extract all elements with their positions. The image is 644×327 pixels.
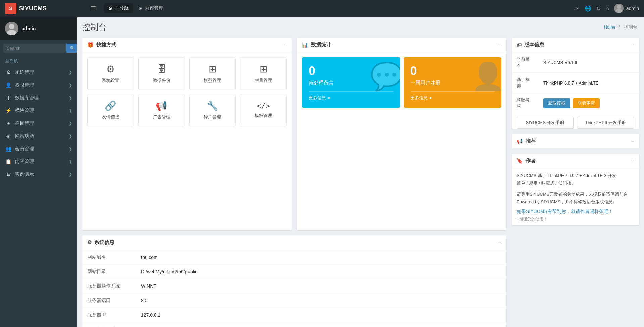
- breadcrumb: Home / 控制台: [604, 24, 639, 30]
- quick-item-fragment-mgmt[interactable]: 🔧 碎片管理: [189, 94, 236, 126]
- quick-item-friendly-links[interactable]: 🔗 友情链接: [87, 94, 134, 126]
- dir-label: 网站目录: [82, 264, 136, 279]
- pending-comments-card[interactable]: 0 待处理留言 更多信息 ➤ 💬: [302, 57, 400, 108]
- column-mgmt-icon: ⊞: [260, 64, 267, 75]
- author-body: SIYUCMS 基于 ThinkPHP 6.0.7 + AdminLTE-3 开…: [512, 168, 639, 225]
- database-icon: 🗄: [5, 95, 12, 101]
- recommend-collapse[interactable]: −: [631, 138, 634, 144]
- sidebar-item-permissions[interactable]: 👤 权限管理 ❯: [0, 79, 77, 92]
- recommend-title: 📢 推荐: [517, 138, 536, 144]
- quick-label-data-backup: 数据备份: [153, 77, 170, 84]
- author-collapse[interactable]: −: [631, 158, 634, 164]
- sidebar-label-permissions: 权限管理: [15, 82, 65, 88]
- top-navbar: S SIYUCMS ☰ ⚙ 主导航 ⊞ 内容管理 ✂ 🌐 ↻ ⌂ admin: [0, 0, 644, 17]
- framework-value: ThinkPHP 6.0.7 + AdminLTE: [538, 73, 639, 93]
- sidebar-nav-heading: 主导航: [0, 56, 77, 66]
- os-value: WINNT: [136, 279, 506, 293]
- sidebar-item-system[interactable]: ⚙ 系统管理 ❯: [0, 66, 77, 79]
- breadcrumb-home[interactable]: Home: [604, 24, 615, 30]
- quick-item-data-backup[interactable]: 🗄 数据备份: [138, 57, 185, 90]
- chart-icon: 📊: [302, 42, 308, 48]
- weekly-users-more: 更多信息 ➤: [410, 91, 495, 101]
- navbar-left: S SIYUCMS ☰ ⚙ 主导航 ⊞ 内容管理: [5, 3, 167, 14]
- system-info-label: 系统信息: [94, 239, 114, 246]
- auth-buttons: 获取授权 查看更新: [543, 98, 634, 108]
- author-donate-link[interactable]: 如果SIYUCMS有帮到您，就请作者喝杯茶吧！: [517, 209, 613, 214]
- sidebar-item-demo[interactable]: 🖥 实例演示 ❯: [0, 168, 77, 181]
- recommend-header: 📢 推荐 −: [512, 134, 639, 149]
- sidebar-item-website[interactable]: ◈ 网站功能 ❯: [0, 130, 77, 143]
- version-info-label: 版本信息: [524, 42, 544, 48]
- home-icon[interactable]: ⌂: [606, 5, 609, 11]
- quick-item-column-mgmt[interactable]: ⊞ 栏目管理: [240, 57, 287, 90]
- quick-item-system-settings[interactable]: ⚙ 系统设置: [87, 57, 134, 90]
- sidebar-item-content[interactable]: 📋 内容管理 ❯: [0, 155, 77, 168]
- sidebar-label-content: 内容管理: [15, 159, 65, 165]
- data-stats-card: 📊 数据统计 − 0 待处理留言 更多信息 ➤ 💬 0: [297, 38, 506, 230]
- quick-item-template-mgmt[interactable]: </> 模板管理: [240, 94, 287, 126]
- data-stats-collapse[interactable]: −: [498, 42, 501, 48]
- quick-shortcuts-body: ⚙ 系统设置 🗄 数据备份 ⊞ 模型管理 ⊞: [82, 52, 292, 131]
- weekly-users-card[interactable]: 0 一周用户注册 更多信息 ➤ 👤: [404, 57, 502, 108]
- quick-item-ad-mgmt[interactable]: 📢 广告管理: [138, 94, 185, 126]
- sidebar-item-modules[interactable]: ⚡ 模块管理 ❯: [0, 104, 77, 117]
- info-row-port: 服务器端口 80: [82, 293, 506, 308]
- system-icon: ⚙: [5, 69, 12, 75]
- model-mgmt-icon: ⊞: [209, 64, 216, 75]
- quick-item-model-mgmt[interactable]: ⊞ 模型管理: [189, 57, 236, 90]
- system-info-table: 网站域名 tp6.com 网站目录 D:/webMy/git.tp6/tp6/p…: [82, 250, 506, 327]
- get-auth-button[interactable]: 获取授权: [543, 98, 570, 108]
- thinkphp-manual-button[interactable]: ThinkPHP6 开发手册: [577, 117, 634, 129]
- system-arrow: ❯: [69, 70, 72, 75]
- ad-mgmt-icon: 📢: [156, 100, 167, 111]
- version-info-collapse[interactable]: −: [631, 42, 634, 48]
- siyucms-manual-button[interactable]: SIYUCMS 开发手册: [517, 117, 574, 129]
- sidebar-search-area: 🔍: [0, 40, 77, 56]
- scissors-icon[interactable]: ✂: [575, 5, 580, 12]
- quick-label-model-mgmt: 模型管理: [204, 77, 221, 84]
- demo-icon: 🖥: [5, 172, 12, 177]
- sidebar-item-database[interactable]: 🗄 数据库管理 ❯: [0, 92, 77, 104]
- bookmark-icon: 🔖: [517, 158, 523, 164]
- brand-logo: S: [5, 3, 16, 14]
- navbar-item-content-mgmt[interactable]: ⊞ 内容管理: [135, 3, 167, 13]
- current-version-label: 当前版本: [512, 52, 538, 73]
- sidebar-toggle[interactable]: ☰: [89, 3, 98, 14]
- navbar-item-main-nav[interactable]: ⚙ 主导航: [104, 3, 133, 13]
- check-update-button[interactable]: 查看更新: [573, 98, 600, 108]
- sidebar-avatar: [5, 22, 18, 35]
- sidebar-item-columns[interactable]: ⊞ 栏目管理 ❯: [0, 117, 77, 130]
- brand-logo-text: S: [9, 6, 12, 11]
- website-icon: ◈: [5, 133, 12, 139]
- globe-icon[interactable]: 🌐: [585, 5, 591, 12]
- info-row-os: 服务器操作系统 WINNT: [82, 279, 506, 293]
- quick-shortcuts-collapse[interactable]: −: [284, 42, 287, 48]
- system-info-collapse[interactable]: −: [498, 239, 501, 246]
- version-row-auth: 获取授权 获取授权 查看更新: [512, 93, 639, 114]
- search-input[interactable]: [3, 44, 66, 53]
- quick-label-friendly-links: 友情链接: [102, 114, 119, 120]
- sidebar-item-members[interactable]: 👥 会员管理 ❯: [0, 143, 77, 155]
- dir-value: D:/webMy/git.tp6/tp6/public: [136, 264, 506, 279]
- breadcrumb-current: 控制台: [624, 24, 637, 30]
- main-nav-icon: ⚙: [108, 6, 113, 11]
- system-info-title: ⚙ 系统信息: [87, 239, 114, 246]
- user-avatar: [614, 4, 624, 13]
- right-spacer: [512, 235, 639, 327]
- current-version-value: SIYUCMS V6.1.6: [538, 52, 639, 73]
- ip-value: 127.0.0.1: [136, 308, 506, 322]
- megaphone-icon: 📢: [517, 138, 523, 144]
- search-button[interactable]: 🔍: [66, 44, 77, 53]
- main-nav-label: 主导航: [115, 5, 129, 11]
- svg-point-2: [9, 24, 14, 29]
- user-area[interactable]: admin: [614, 4, 639, 13]
- settings-icon: ⚙: [87, 239, 92, 246]
- main-row-1: 🎁 快捷方式 − ⚙ 系统设置 🗄 数据备份: [82, 38, 639, 230]
- gift-icon: 🎁: [87, 42, 94, 48]
- quick-grid: ⚙ 系统设置 🗄 数据备份 ⊞ 模型管理 ⊞: [87, 57, 287, 126]
- author-label: 作者: [526, 158, 536, 164]
- os-label: 服务器操作系统: [82, 279, 136, 293]
- domain-value: tp6.com: [136, 250, 506, 265]
- refresh-icon[interactable]: ↻: [596, 5, 601, 12]
- version-row-current: 当前版本 SIYUCMS V6.1.6: [512, 52, 639, 73]
